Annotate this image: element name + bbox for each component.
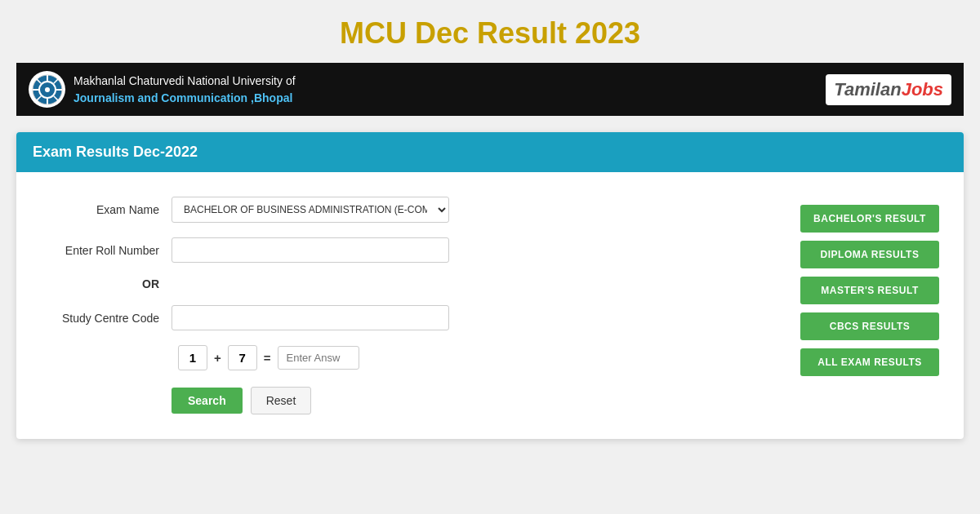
sidebar-result-button[interactable]: DIPLOMA RESULTS bbox=[800, 241, 939, 268]
or-row: OR bbox=[41, 277, 547, 290]
page-title: MCU Dec Result 2023 bbox=[340, 16, 640, 51]
sidebar-result-button[interactable]: BACHELOR'S RESULT bbox=[800, 205, 939, 233]
captcha-num2: 7 bbox=[228, 345, 257, 370]
exam-name-row: Exam Name BACHELOR OF BUSINESS ADMINISTR… bbox=[41, 197, 547, 223]
card-body: Exam Name BACHELOR OF BUSINESS ADMINISTR… bbox=[16, 172, 964, 439]
roll-number-row: Enter Roll Number bbox=[41, 237, 547, 263]
or-label: OR bbox=[41, 277, 172, 290]
main-card: Exam Results Dec-2022 Exam Name BACHELOR… bbox=[16, 132, 964, 439]
roll-number-label: Enter Roll Number bbox=[41, 244, 172, 257]
search-button[interactable]: Search bbox=[172, 388, 243, 414]
form-section: Exam Name BACHELOR OF BUSINESS ADMINISTR… bbox=[41, 197, 547, 414]
sidebar-result-button[interactable]: CBCS RESULTS bbox=[800, 312, 939, 340]
brand-logo-container: TamilanJobs bbox=[826, 74, 951, 105]
captcha-equals-sign: = bbox=[264, 351, 271, 365]
header-left: Makhanlal Chaturvedi National University… bbox=[29, 71, 296, 108]
captcha-plus: + bbox=[214, 351, 221, 365]
reset-button[interactable]: Reset bbox=[251, 387, 312, 414]
captcha-box: 1 + 7 = bbox=[178, 345, 359, 370]
roll-number-input[interactable] bbox=[172, 237, 449, 263]
captcha-answer-input[interactable] bbox=[278, 346, 359, 370]
captcha-row: 1 + 7 = bbox=[41, 345, 547, 370]
card-header-title: Exam Results Dec-2022 bbox=[33, 144, 198, 160]
captcha-num1: 1 bbox=[178, 345, 207, 370]
card-header: Exam Results Dec-2022 bbox=[16, 132, 964, 172]
university-name: Makhanlal Chaturvedi National University… bbox=[74, 73, 296, 107]
svg-point-2 bbox=[45, 87, 50, 92]
sidebar-result-button[interactable]: MASTER'S RESULT bbox=[800, 277, 939, 304]
sidebar-result-button[interactable]: ALL EXAM RESULTS bbox=[800, 348, 939, 376]
form-button-row: Search Reset bbox=[172, 387, 547, 414]
exam-name-label: Exam Name bbox=[41, 203, 172, 216]
study-centre-label: Study Centre Code bbox=[41, 312, 172, 325]
brand-logo: TamilanJobs bbox=[834, 79, 943, 100]
study-centre-input[interactable] bbox=[172, 305, 449, 330]
university-logo bbox=[29, 71, 65, 108]
sidebar-buttons: BACHELOR'S RESULTDIPLOMA RESULTSMASTER'S… bbox=[800, 197, 939, 376]
exam-name-select[interactable]: BACHELOR OF BUSINESS ADMINISTRATION (E-C… bbox=[172, 197, 449, 223]
study-centre-row: Study Centre Code bbox=[41, 305, 547, 330]
header-bar: Makhanlal Chaturvedi National University… bbox=[16, 63, 964, 116]
